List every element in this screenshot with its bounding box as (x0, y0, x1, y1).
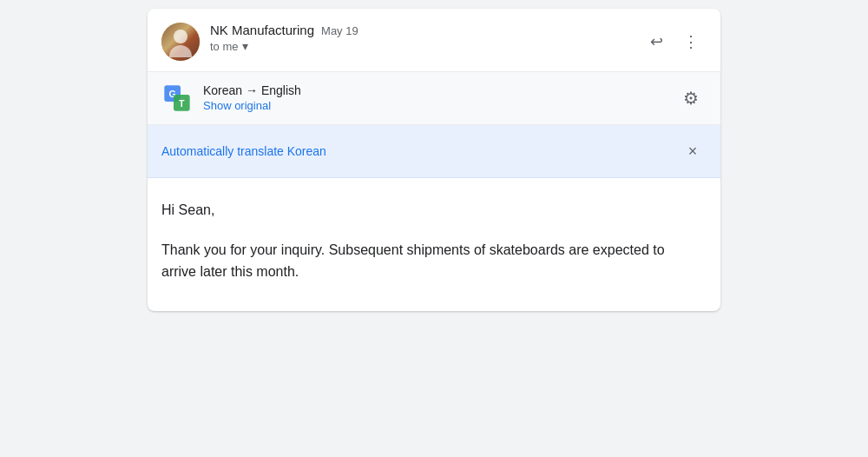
translation-settings-button[interactable]: ⚙ (675, 83, 707, 114)
email-content: Thank you for your inquiry. Subsequent s… (161, 239, 674, 283)
reply-icon: ↩ (650, 32, 663, 51)
google-translate-icon: G T (161, 83, 193, 114)
translation-bar: G T Korean → English Show original ⚙ (148, 71, 720, 125)
translation-info: Korean → English Show original (203, 83, 665, 113)
email-date: May 19 (321, 24, 358, 37)
more-options-icon: ⋮ (683, 32, 699, 51)
show-original-link[interactable]: Show original (203, 99, 271, 112)
close-icon: × (688, 142, 698, 161)
email-card: NK Manufacturing May 19 to me ▾ ↩ ⋮ G (148, 9, 720, 311)
sender-name: NK Manufacturing (210, 23, 314, 37)
auto-translate-text: Automatically translate Korean (161, 144, 326, 158)
reply-button[interactable]: ↩ (641, 26, 672, 57)
header-actions: ↩ ⋮ (641, 26, 707, 57)
gear-icon: ⚙ (683, 88, 699, 109)
more-options-button[interactable]: ⋮ (675, 26, 707, 57)
email-header: NK Manufacturing May 19 to me ▾ ↩ ⋮ (148, 9, 720, 71)
email-header-info: NK Manufacturing May 19 to me ▾ (210, 23, 630, 53)
recipient-row: to me ▾ (210, 39, 630, 53)
recipient-chevron-icon[interactable]: ▾ (242, 39, 248, 53)
translation-langs: Korean → English (203, 83, 665, 97)
recipient-label: to me (210, 40, 239, 53)
svg-text:T: T (179, 98, 185, 109)
sender-row: NK Manufacturing May 19 (210, 23, 630, 37)
sender-avatar (161, 23, 200, 61)
close-banner-button[interactable]: × (679, 137, 707, 165)
auto-translate-banner: Automatically translate Korean × (148, 125, 720, 178)
email-greeting: Hi Sean, (161, 199, 707, 222)
translate-svg: G T (163, 84, 191, 112)
email-body: Hi Sean, Thank you for your inquiry. Sub… (148, 178, 720, 311)
